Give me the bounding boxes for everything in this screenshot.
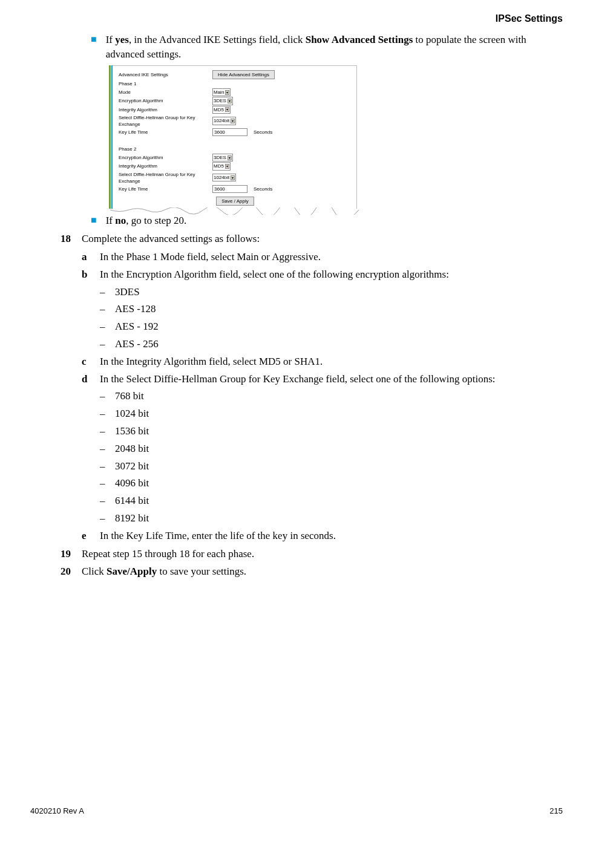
chevron-down-icon: ▾: [228, 99, 232, 103]
substep-letter: b: [82, 267, 100, 282]
dash-icon: –: [100, 424, 115, 439]
dash-list-item: –6144 bit: [100, 494, 563, 508]
substep-letter: c: [82, 354, 100, 369]
step-number: 18: [61, 232, 82, 246]
fig-dh2-label: Select Diffie-Hellman Group for Key Exch…: [119, 171, 212, 184]
dash-icon: –: [100, 302, 115, 316]
substep-letter: a: [82, 250, 100, 264]
dash-icon: –: [100, 319, 115, 334]
square-bullet-icon: ■: [91, 33, 97, 62]
fig-phase2-label: Phase 2: [119, 146, 212, 152]
bullet-no: ■ If no, go to step 20.: [91, 214, 563, 228]
substep-text: In the Encryption Algorithm field, selec…: [100, 267, 563, 282]
substep-text: In the Phase 1 Mode field, select Main o…: [100, 250, 563, 264]
hide-advanced-button[interactable]: Hide Advanced Settings: [212, 70, 275, 79]
step-number: 20: [61, 564, 82, 579]
dash-item-text: 2048 bit: [115, 442, 149, 456]
dash-list-item: –1536 bit: [100, 424, 563, 439]
fig-enc-label: Encryption Algorithm: [119, 97, 212, 104]
dash-item-text: AES - 256: [115, 337, 159, 351]
step-19: 19 Repeat step 15 through 18 for each ph…: [61, 547, 563, 561]
chevron-down-icon: ▾: [231, 175, 235, 180]
dash-item-text: AES - 192: [115, 319, 159, 334]
dash-icon: –: [100, 389, 115, 403]
square-bullet-icon: ■: [91, 214, 97, 228]
dash-item-text: 768 bit: [115, 389, 144, 403]
fig-int-select[interactable]: MD5▾: [212, 106, 231, 114]
dash-item-text: 6144 bit: [115, 494, 149, 508]
dash-list-item: –AES -128: [100, 302, 563, 316]
fig-mode-select[interactable]: Main▾: [212, 88, 231, 96]
step-20: 20 Click Save/Apply to save your setting…: [61, 564, 563, 579]
dash-icon: –: [100, 406, 115, 421]
fig-phase1-label: Phase 1: [119, 80, 212, 87]
torn-edge-icon: [110, 207, 359, 212]
fig-seconds-label: Seconds: [254, 129, 272, 135]
dash-icon: –: [100, 285, 115, 299]
fig-klt-label: Key Life Time: [119, 129, 212, 135]
dash-icon: –: [100, 459, 115, 474]
dash-icon: –: [100, 511, 115, 526]
fig-int2-select[interactable]: MD5▾: [212, 162, 231, 170]
dash-item-text: 1536 bit: [115, 424, 149, 439]
substep-letter: d: [82, 372, 100, 387]
substep-d: d In the Select Diffie-Hellman Group for…: [82, 372, 563, 387]
advanced-ike-figure: Advanced IKE Settings Hide Advanced Sett…: [109, 65, 563, 209]
chevron-down-icon: ▾: [225, 107, 229, 112]
fig-klt2-input[interactable]: 3600: [212, 185, 247, 193]
footer-doc-id: 4020210 Rev A: [30, 806, 84, 817]
substep-letter: e: [82, 529, 100, 543]
chevron-down-icon: ▾: [231, 119, 235, 123]
dash-icon: –: [100, 494, 115, 508]
dash-list-item: –3DES: [100, 285, 563, 299]
step-18: 18 Complete the advanced settings as fol…: [61, 232, 563, 246]
dash-icon: –: [100, 442, 115, 456]
substep-text: In the Key Life Time, enter the life of …: [100, 529, 563, 543]
footer-page-number: 215: [549, 806, 563, 817]
fig-mode-label: Mode: [119, 89, 212, 96]
fig-dh-label: Select Diffie-Hellman Group for Key Exch…: [119, 114, 212, 128]
dash-icon: –: [100, 337, 115, 351]
dash-item-text: 3DES: [115, 285, 140, 299]
dash-list-item: –AES - 256: [100, 337, 563, 351]
fig-dh-select[interactable]: 1024bit▾: [212, 117, 236, 125]
fig-save-apply-button[interactable]: Save / Apply: [216, 197, 254, 206]
substep-a: a In the Phase 1 Mode field, select Main…: [82, 250, 563, 264]
fig-enc-select[interactable]: 3DES▾: [212, 97, 233, 105]
fig-klt2-label: Key Life Time: [119, 186, 212, 192]
fig-seconds2-label: Seconds: [254, 186, 272, 192]
chevron-down-icon: ▾: [225, 90, 229, 95]
bullet-no-text: If no, go to step 20.: [106, 214, 563, 228]
substep-e: e In the Key Life Time, enter the life o…: [82, 529, 563, 543]
fig-enc2-label: Encryption Algorithm: [119, 154, 212, 161]
bullet-yes-text: If yes, in the Advanced IKE Settings fie…: [106, 33, 563, 62]
substep-c: c In the Integrity Algorithm field, sele…: [82, 354, 563, 369]
dash-list-item: –4096 bit: [100, 476, 563, 491]
dash-item-text: 8192 bit: [115, 511, 149, 526]
bullet-yes: ■ If yes, in the Advanced IKE Settings f…: [91, 33, 563, 62]
dash-list-item: –1024 bit: [100, 406, 563, 421]
fig-title: Advanced IKE Settings: [119, 71, 212, 78]
fig-enc2-select[interactable]: 3DES▾: [212, 154, 233, 162]
dash-list-item: –768 bit: [100, 389, 563, 403]
dash-item-text: 4096 bit: [115, 476, 149, 491]
chevron-down-icon: ▾: [225, 164, 229, 169]
chevron-down-icon: ▾: [228, 155, 232, 160]
fig-dh2-select[interactable]: 1024bit▾: [212, 174, 236, 181]
step-number: 19: [61, 547, 82, 561]
dash-item-text: AES -128: [115, 302, 156, 316]
dash-list-item: –AES - 192: [100, 319, 563, 334]
dash-item-text: 1024 bit: [115, 406, 149, 421]
fig-int-label: Integrity Algorithm: [119, 106, 212, 113]
fig-klt-input[interactable]: 3600: [212, 128, 247, 136]
dash-icon: –: [100, 476, 115, 491]
substep-text: In the Integrity Algorithm field, select…: [100, 354, 563, 369]
substep-text: In the Select Diffie-Hellman Group for K…: [100, 372, 563, 387]
step-text: Complete the advanced settings as follow…: [82, 232, 563, 246]
step-text: Click Save/Apply to save your settings.: [82, 564, 563, 579]
substep-b: b In the Encryption Algorithm field, sel…: [82, 267, 563, 282]
page-header-title: IPSec Settings: [30, 12, 563, 25]
step-text: Repeat step 15 through 18 for each phase…: [82, 547, 563, 561]
dash-item-text: 3072 bit: [115, 459, 149, 474]
dash-list-item: –2048 bit: [100, 442, 563, 456]
